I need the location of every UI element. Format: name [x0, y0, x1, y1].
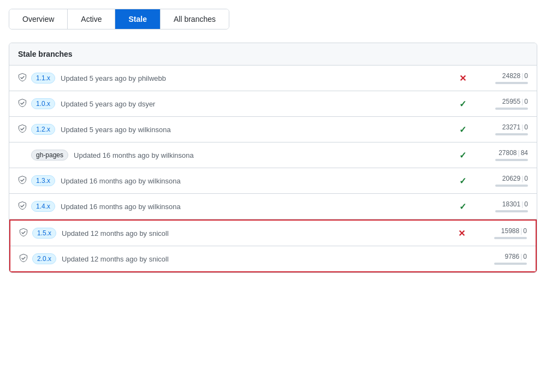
commit-ahead: 20629	[502, 175, 520, 182]
highlighted-group: 1.5.xUpdated 12 months ago by snicoll✕15…	[9, 219, 537, 272]
branch-status: ✓	[446, 176, 479, 186]
shield-icon	[18, 124, 27, 135]
commit-bar	[495, 108, 528, 110]
stale-branches-section: Stale branches 1.1.xUpdated 5 years ago …	[9, 43, 537, 273]
check-icon: ✓	[459, 150, 466, 161]
branch-tag[interactable]: 1.3.x	[31, 175, 55, 186]
branch-row-left: 1.3.xUpdated 16 months ago by wilkinsona	[18, 175, 446, 186]
branch-row: 1.5.xUpdated 12 months ago by snicoll✕15…	[10, 221, 536, 246]
branch-row-left: 2.0.xUpdated 12 months ago by snicoll	[19, 253, 445, 264]
commit-stats: 24828 | 0	[479, 72, 528, 84]
commit-behind: 0	[524, 200, 528, 208]
branch-description: Updated 16 months ago by wilkinsona	[61, 203, 446, 211]
commit-bar	[495, 210, 528, 212]
branch-list: 1.1.xUpdated 5 years ago by philwebb✕248…	[9, 66, 537, 272]
branch-status: ✓	[446, 150, 479, 161]
branch-status: ✕	[446, 73, 479, 84]
commit-stats: 9786 | 0	[478, 253, 527, 265]
section-title: Stale branches	[9, 43, 537, 66]
branch-status: ✓	[446, 124, 479, 135]
commit-behind: 0	[523, 253, 527, 260]
branch-row-left: 1.0.xUpdated 5 years ago by dsyer	[18, 98, 446, 109]
branch-row-left: 1.2.xUpdated 5 years ago by wilkinsona	[18, 124, 446, 135]
commit-behind: 0	[524, 72, 528, 80]
branch-row-left: 1.1.xUpdated 5 years ago by philwebb	[18, 73, 446, 84]
tab-all-branches[interactable]: All branches	[161, 9, 229, 29]
commit-bar	[495, 133, 528, 135]
commit-bar	[495, 159, 528, 161]
branch-row: 1.3.xUpdated 16 months ago by wilkinsona…	[9, 168, 537, 194]
shield-icon	[19, 228, 28, 239]
branch-row: 1.0.xUpdated 5 years ago by dsyer✓25955 …	[9, 91, 537, 117]
check-icon: ✓	[459, 124, 466, 135]
branch-tag[interactable]: 1.0.x	[31, 98, 55, 109]
branch-row: 2.0.xUpdated 12 months ago by snicoll978…	[10, 246, 536, 271]
branch-tag[interactable]: 1.2.x	[31, 124, 55, 135]
branch-description: Updated 12 months ago by snicoll	[62, 229, 445, 237]
shield-icon	[18, 201, 27, 212]
tab-active[interactable]: Active	[68, 9, 115, 29]
check-icon: ✓	[459, 176, 466, 186]
commit-behind: 0	[524, 123, 528, 131]
branch-description: Updated 5 years ago by dsyer	[61, 100, 446, 108]
shield-icon	[18, 73, 27, 84]
branch-description: Updated 12 months ago by snicoll	[62, 255, 445, 263]
commit-stats: 18301 | 0	[479, 200, 528, 212]
branch-row: 1.4.xUpdated 16 months ago by wilkinsona…	[9, 194, 537, 219]
branch-row: 1.2.xUpdated 5 years ago by wilkinsona✓2…	[9, 117, 537, 142]
branch-row: 1.1.xUpdated 5 years ago by philwebb✕248…	[9, 66, 537, 91]
commit-bar	[495, 82, 528, 84]
tab-overview[interactable]: Overview	[9, 9, 68, 29]
commit-behind: 84	[521, 149, 528, 157]
branch-row-left: gh-pagesUpdated 16 months ago by wilkins…	[18, 150, 446, 161]
commit-stats: 23271 | 0	[479, 123, 528, 135]
commit-ahead: 9786	[505, 253, 519, 260]
shield-icon	[18, 176, 27, 186]
branch-description: Updated 16 months ago by wilkinsona	[61, 177, 446, 185]
commit-ahead: 15988	[501, 227, 519, 235]
branch-status: ✓	[446, 201, 479, 212]
commit-bar	[495, 185, 528, 187]
shield-icon	[18, 99, 27, 109]
commit-behind: 0	[523, 227, 527, 235]
commit-stats: 25955 | 0	[479, 98, 528, 110]
branch-status: ✕	[445, 228, 478, 239]
branch-tag[interactable]: 1.1.x	[31, 73, 55, 84]
shield-icon	[19, 254, 28, 264]
commit-stats: 20629 | 0	[479, 175, 528, 187]
branch-description: Updated 5 years ago by philwebb	[61, 74, 446, 82]
check-icon: ✓	[459, 201, 466, 212]
commit-ahead: 18301	[502, 200, 520, 208]
commit-behind: 0	[524, 98, 528, 105]
x-icon: ✕	[458, 228, 465, 239]
commit-behind: 0	[524, 175, 528, 182]
branch-row-left: 1.4.xUpdated 16 months ago by wilkinsona	[18, 201, 446, 212]
check-icon: ✓	[459, 99, 466, 109]
commit-bar	[494, 263, 527, 265]
branch-tag[interactable]: 1.4.x	[31, 201, 55, 212]
branch-row-left: 1.5.xUpdated 12 months ago by snicoll	[19, 228, 445, 239]
commit-ahead: 25955	[502, 98, 520, 105]
branch-tag[interactable]: 2.0.x	[32, 253, 56, 264]
commit-ahead: 24828	[502, 72, 520, 80]
branch-status: ✓	[446, 99, 479, 109]
branch-row: gh-pagesUpdated 16 months ago by wilkins…	[9, 142, 537, 168]
branch-tag[interactable]: 1.5.x	[32, 228, 56, 239]
commit-stats: 15988 | 0	[478, 227, 527, 239]
commit-ahead: 27808	[498, 149, 517, 157]
branch-tabs: OverviewActiveStaleAll branches	[9, 9, 229, 29]
branch-description: Updated 16 months ago by wilkinsona	[74, 151, 446, 159]
x-icon: ✕	[459, 73, 466, 84]
commit-ahead: 23271	[502, 123, 520, 131]
commit-stats: 27808 | 84	[479, 149, 528, 161]
commit-bar	[494, 237, 527, 239]
branch-tag[interactable]: gh-pages	[31, 150, 68, 161]
branch-description: Updated 5 years ago by wilkinsona	[61, 126, 446, 134]
tab-stale[interactable]: Stale	[115, 9, 160, 29]
